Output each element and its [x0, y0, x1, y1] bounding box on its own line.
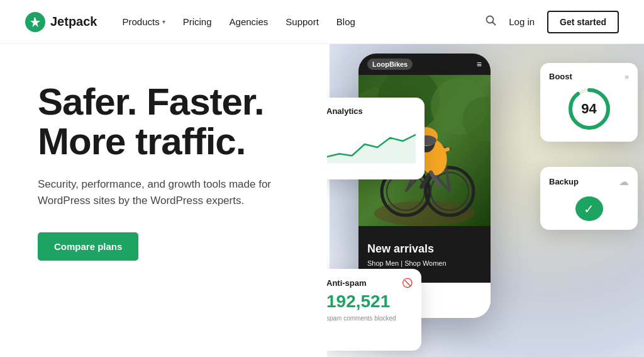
search-icon[interactable] [486, 15, 496, 28]
card-antispam: Anti-spam 🚫 192,521 spam comments blocke… [327, 269, 421, 351]
antispam-title: Anti-spam [327, 278, 367, 288]
svg-point-1 [487, 16, 494, 23]
main-nav: Products ▾ Pricing Agencies Support Blog [123, 16, 486, 27]
gauge-circle: 94 [567, 86, 612, 132]
backup-header: Backup ☁ [549, 176, 629, 188]
backup-title: Backup [549, 177, 579, 186]
get-started-button[interactable]: Get started [547, 11, 619, 33]
boost-arrow-icon: » [625, 72, 629, 81]
hero-headline: Safer. Faster. More traffic. [38, 82, 302, 161]
phone-site-name: LoopBikes [367, 59, 413, 70]
nav-support[interactable]: Support [286, 16, 319, 27]
boost-score: 94 [581, 101, 596, 117]
hero-right: LoopBikes ≡ [327, 44, 644, 357]
hero-subtext: Security, performance, and growth tools … [38, 176, 289, 210]
boost-gauge: 94 [549, 86, 629, 132]
phone-top-bar: LoopBikes ≡ [358, 54, 491, 75]
boost-header: Boost » [549, 72, 629, 81]
svg-rect-0 [34, 18, 35, 23]
analytics-title: Analytics [327, 106, 416, 116]
antispam-header: Anti-spam 🚫 [327, 278, 413, 288]
login-button[interactable]: Log in [509, 16, 535, 27]
main-content: Safer. Faster. More traffic. Security, p… [0, 44, 644, 357]
nav-blog[interactable]: Blog [336, 16, 355, 27]
boost-title: Boost [549, 72, 572, 81]
header-actions: Log in Get started [486, 11, 619, 33]
nav-agencies[interactable]: Agencies [230, 16, 269, 27]
antispam-number: 192,521 [327, 292, 413, 312]
jetpack-logo-icon [25, 12, 45, 32]
backup-check-icon: ✓ [575, 196, 603, 221]
antispam-label: spam comments blocked [327, 314, 413, 323]
card-boost: Boost » 94 [540, 63, 638, 142]
backup-cloud-icon: ☁ [619, 176, 629, 188]
card-backup: Backup ☁ ✓ [540, 167, 638, 230]
card-analytics: Analytics [327, 98, 425, 179]
nav-products[interactable]: Products ▾ [123, 16, 165, 27]
hero-left: Safer. Faster. More traffic. Security, p… [0, 44, 327, 357]
nav-pricing[interactable]: Pricing [183, 16, 212, 27]
compare-plans-button[interactable]: Compare plans [38, 232, 138, 261]
logo[interactable]: Jetpack [25, 12, 97, 32]
svg-line-2 [493, 23, 496, 25]
logo-text: Jetpack [50, 14, 97, 29]
products-dropdown-arrow: ▾ [162, 18, 165, 25]
analytics-chart [327, 122, 416, 166]
antispam-block-icon: 🚫 [402, 278, 413, 288]
header: Jetpack Products ▾ Pricing Agencies Supp… [0, 0, 644, 44]
shop-links: Shop Men | Shop Women [367, 259, 482, 267]
phone-menu-icon: ≡ [477, 59, 482, 69]
new-arrivals-title: New arrivals [367, 242, 482, 256]
